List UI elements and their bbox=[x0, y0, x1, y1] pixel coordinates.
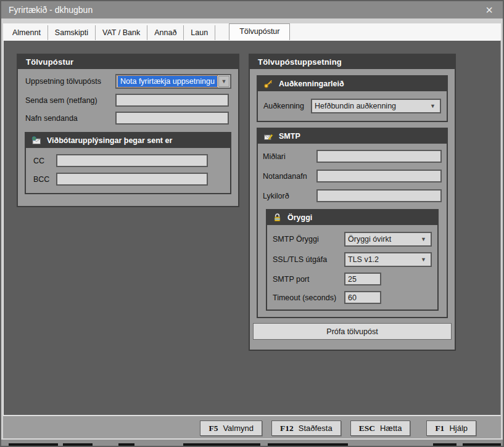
extra-info-group-title: Viðbótarupplýsingar þegar sent er bbox=[47, 136, 172, 145]
email-setup-panel-title: Tölvupóstuppsetning bbox=[258, 57, 342, 67]
tab-annad[interactable]: Annað bbox=[147, 25, 184, 40]
footer-bar: F5 Valmynd F12 Staðfesta ESC Hætta F1 Hj… bbox=[3, 416, 501, 440]
tab-almennt[interactable]: Almennt bbox=[6, 25, 48, 40]
hjalp-button[interactable]: F1 Hjálp bbox=[426, 420, 476, 436]
senda-sem-label: Senda sem (netfang) bbox=[25, 96, 115, 105]
smtp-port-label: SMTP port bbox=[273, 275, 344, 284]
audkenning-dropdown-value: Hefðbundin auðkenning bbox=[312, 102, 426, 110]
uppsetning-dropdown-value: Nota fyrirtækja uppsetningu bbox=[118, 76, 217, 87]
audkenning-label: Auðkenning bbox=[263, 102, 311, 110]
background-artifact bbox=[63, 443, 93, 446]
background-window-strip bbox=[1, 438, 503, 446]
background-artifact bbox=[268, 443, 348, 446]
background-artifact bbox=[9, 443, 58, 446]
notandanafn-label: Notandanafn bbox=[263, 172, 316, 181]
background-artifact bbox=[433, 443, 456, 446]
mail-pen-icon bbox=[263, 131, 273, 141]
key-icon bbox=[263, 79, 273, 89]
auth-group-header: Auðkenningarleið bbox=[258, 76, 447, 91]
tab-samskipti[interactable]: Samskipti bbox=[48, 25, 96, 40]
stadfesta-label: Staðfesta bbox=[299, 424, 333, 433]
lykilord-input[interactable] bbox=[316, 189, 442, 202]
f5-key-label: F5 bbox=[209, 424, 218, 433]
auth-group-title: Auðkenningarleið bbox=[279, 80, 344, 88]
ssl-tls-dropdown-value: TLS v1.2 bbox=[345, 255, 416, 264]
timeout-input[interactable] bbox=[344, 291, 381, 304]
smtp-group-title: SMTP bbox=[279, 132, 300, 141]
ssl-tls-label: SSL/TLS útgáfa bbox=[273, 255, 344, 264]
uppsetning-dropdown[interactable]: Nota fyrirtækja uppsetningu ▼ bbox=[115, 74, 231, 89]
title-bar[interactable]: Fyrirtækið - dkhugbun × bbox=[1, 1, 503, 18]
lock-icon bbox=[273, 213, 282, 223]
smtp-group-header: SMTP bbox=[258, 129, 447, 144]
bcc-label: BCC bbox=[33, 175, 56, 184]
valmynd-button[interactable]: F5 Valmynd bbox=[200, 420, 262, 436]
security-group-title: Öryggi bbox=[287, 213, 312, 222]
senda-sem-input[interactable] bbox=[115, 94, 229, 107]
hjalp-label: Hjálp bbox=[449, 424, 468, 433]
chevron-down-icon[interactable]: ▼ bbox=[426, 103, 440, 109]
tab-laun[interactable]: Laun bbox=[184, 25, 215, 40]
auth-group: Auðkenningarleið Auðkenning Hefðbundin a… bbox=[257, 75, 448, 122]
f1-key-label: F1 bbox=[435, 424, 444, 433]
email-panel-title: Tölvupóstur bbox=[26, 57, 73, 67]
smtp-oryggi-dropdown[interactable]: Öryggi óvirkt ▼ bbox=[344, 232, 432, 247]
valmynd-label: Valmynd bbox=[223, 424, 254, 433]
midlari-input[interactable] bbox=[316, 150, 442, 163]
f12-key-label: F12 bbox=[280, 424, 294, 433]
email-setup-panel-header: Tölvupóstuppsetning bbox=[250, 55, 455, 69]
chevron-down-icon[interactable]: ▼ bbox=[416, 256, 431, 263]
nafn-sendanda-label: Nafn sendanda bbox=[25, 114, 115, 123]
smtp-oryggi-dropdown-value: Öryggi óvirkt bbox=[345, 235, 416, 244]
audkenning-dropdown[interactable]: Hefðbundin auðkenning ▼ bbox=[311, 99, 441, 113]
background-artifact bbox=[183, 443, 260, 446]
close-icon[interactable]: × bbox=[483, 4, 495, 16]
security-group: Öryggi SMTP Öryggi Öryggi óvirkt ▼ bbox=[266, 209, 439, 311]
cc-input[interactable] bbox=[56, 154, 208, 167]
haetta-button[interactable]: ESC Hætta bbox=[350, 420, 411, 436]
stadfesta-button[interactable]: F12 Staðfesta bbox=[271, 420, 341, 436]
chevron-down-icon[interactable]: ▼ bbox=[218, 76, 229, 87]
midlari-label: Miðlari bbox=[263, 152, 316, 161]
nafn-sendanda-input[interactable] bbox=[115, 112, 229, 125]
extra-info-group-header: Viðbótarupplýsingar þegar sent er bbox=[26, 133, 230, 148]
test-email-button[interactable]: Prófa tölvupóst bbox=[253, 323, 452, 340]
background-artifact bbox=[463, 443, 501, 446]
uppsetning-label: Uppsetning tölvupósts bbox=[25, 77, 115, 86]
email-panel: Tölvupóstur Uppsetning tölvupósts Nota f… bbox=[17, 54, 239, 207]
mail-globe-icon bbox=[31, 136, 41, 146]
smtp-group: SMTP Miðlari Notandanafn Lykilorð bbox=[257, 128, 448, 318]
tab-vat-bank[interactable]: VAT / Bank bbox=[96, 25, 147, 40]
background-artifact bbox=[118, 443, 134, 446]
smtp-port-input[interactable] bbox=[344, 273, 381, 285]
tab-page: Tölvupóstur Uppsetning tölvupósts Nota f… bbox=[3, 40, 501, 416]
window-title: Fyrirtækið - dkhugbun bbox=[9, 5, 93, 15]
ssl-tls-dropdown[interactable]: TLS v1.2 ▼ bbox=[344, 252, 432, 267]
tab-tolvupostur[interactable]: Tölvupóstur bbox=[229, 23, 290, 40]
email-setup-panel: Tölvupóstuppsetning Auðkenningarleið Auð… bbox=[249, 54, 456, 351]
smtp-oryggi-label: SMTP Öryggi bbox=[273, 235, 344, 244]
extra-info-group: Viðbótarupplýsingar þegar sent er CC BCC bbox=[25, 132, 231, 194]
dialog-window: Fyrirtækið - dkhugbun × Almennt Samskipt… bbox=[0, 0, 504, 447]
tab-strip: Almennt Samskipti VAT / Bank Annað Laun … bbox=[3, 23, 501, 40]
cc-label: CC bbox=[33, 157, 56, 165]
haetta-label: Hætta bbox=[380, 424, 402, 433]
lykilord-label: Lykilorð bbox=[263, 192, 316, 200]
timeout-label: Timeout (seconds) bbox=[273, 293, 344, 302]
chevron-down-icon[interactable]: ▼ bbox=[416, 236, 431, 242]
security-group-header: Öryggi bbox=[267, 210, 437, 225]
email-panel-header: Tölvupóstur bbox=[18, 55, 238, 69]
esc-key-label: ESC bbox=[359, 424, 375, 433]
notandanafn-input[interactable] bbox=[316, 170, 442, 182]
bcc-input[interactable] bbox=[56, 173, 208, 186]
